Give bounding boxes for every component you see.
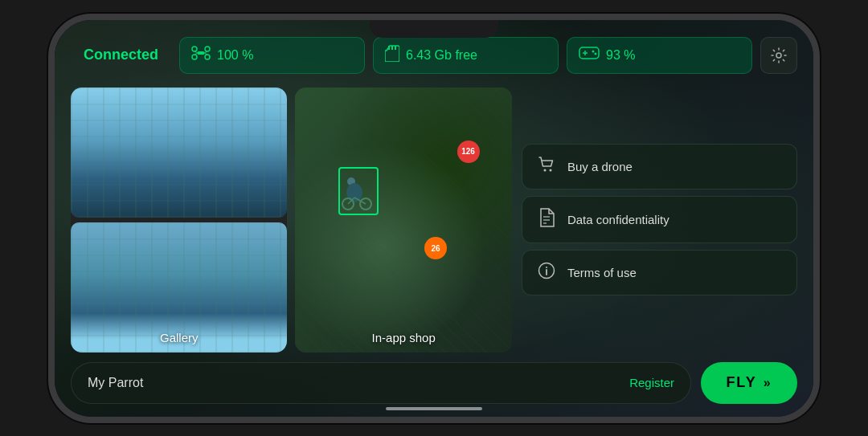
settings-button[interactable]	[760, 37, 797, 74]
shop-label: In-app shop	[295, 331, 511, 344]
svg-line-8	[204, 53, 207, 55]
buy-drone-label: Buy a drone	[567, 160, 633, 173]
status-bar: Connected	[71, 35, 797, 76]
register-button[interactable]: Register	[629, 376, 674, 389]
svg-point-23	[543, 169, 546, 172]
map-pin-1: 26	[424, 237, 447, 259]
my-parrot-label: My Parrot	[88, 376, 629, 390]
storage-status: 6.43 Gb free	[373, 37, 559, 74]
bottom-bar: My Parrot Register FLY »	[71, 362, 797, 404]
phone-frame: Connected	[48, 14, 820, 423]
phone-screen: Connected	[55, 20, 813, 417]
menu-section: Buy a drone Data confide	[522, 88, 797, 352]
drone-icon	[191, 46, 211, 64]
document-icon	[537, 208, 556, 231]
map-pin-2: 126	[457, 141, 480, 163]
svg-rect-11	[395, 46, 396, 50]
svg-line-6	[204, 51, 207, 53]
shop-tile[interactable]: 26 126 In-app shop	[295, 88, 511, 352]
controller-status: 93 %	[567, 37, 752, 74]
svg-rect-4	[198, 51, 204, 55]
svg-point-3	[205, 55, 210, 59]
terms-of-use-label: Terms of use	[567, 266, 637, 279]
info-icon	[537, 262, 556, 283]
phone-notch	[370, 20, 498, 38]
shop-map-overlay	[295, 88, 511, 352]
rider-tracking-area	[338, 167, 379, 215]
controller-icon	[579, 46, 600, 64]
gallery-label: Gallery	[71, 331, 287, 344]
buy-drone-menu-item[interactable]: Buy a drone	[522, 144, 797, 189]
connected-status[interactable]: Connected	[71, 39, 171, 71]
svg-point-16	[776, 53, 781, 58]
svg-line-7	[194, 53, 198, 55]
volume-button	[48, 132, 50, 165]
svg-point-30	[546, 267, 547, 268]
terms-of-use-menu-item[interactable]: Terms of use	[522, 250, 797, 295]
fly-chevrons-icon: »	[764, 376, 772, 390]
my-parrot-section: My Parrot Register	[71, 362, 691, 404]
svg-point-18	[346, 183, 362, 202]
svg-point-2	[192, 55, 197, 59]
gallery-photo-top	[71, 88, 287, 218]
drone-battery-status: 100 %	[179, 37, 365, 74]
storage-label: 6.43 Gb free	[406, 48, 477, 63]
svg-point-15	[595, 53, 597, 55]
data-confidentiality-label: Data confidentiality	[567, 213, 669, 226]
svg-rect-9	[388, 46, 390, 50]
svg-line-5	[194, 51, 198, 53]
svg-point-0	[192, 47, 197, 51]
battery-percent: 100 %	[217, 48, 253, 63]
gallery-tile[interactable]: Gallery	[71, 88, 287, 352]
controller-percent: 93 %	[606, 48, 635, 63]
svg-rect-10	[391, 46, 393, 50]
svg-point-24	[549, 169, 551, 172]
svg-point-1	[205, 47, 210, 51]
app-content: Connected	[55, 20, 813, 417]
data-confidentiality-menu-item[interactable]: Data confidentiality	[522, 196, 797, 243]
svg-point-14	[592, 51, 595, 53]
fly-button[interactable]: FLY »	[701, 362, 797, 404]
main-area: Gallery	[71, 88, 797, 352]
fly-label: FLY	[726, 374, 756, 391]
cart-icon	[537, 156, 556, 177]
sd-card-icon	[385, 44, 399, 66]
tiles-section: Gallery	[71, 88, 512, 352]
